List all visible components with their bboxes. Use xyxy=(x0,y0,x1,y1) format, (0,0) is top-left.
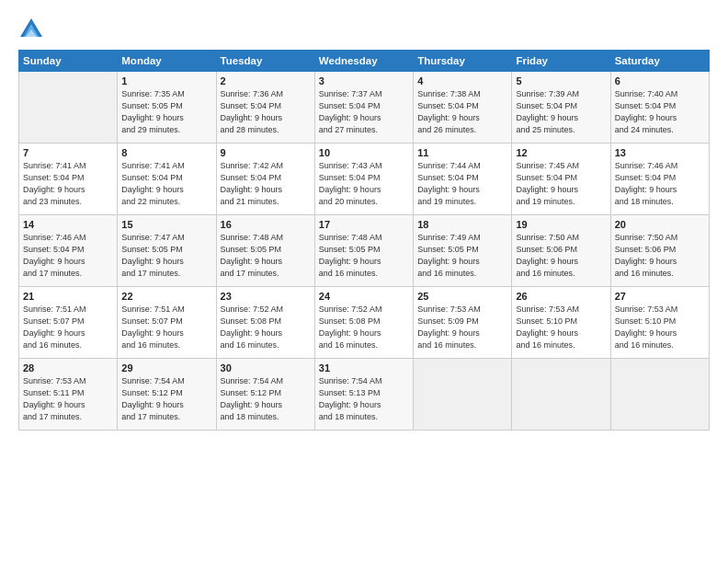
day-info: Sunrise: 7:51 AMSunset: 5:07 PMDaylight:… xyxy=(121,304,211,351)
day-info: Sunrise: 7:44 AMSunset: 5:04 PMDaylight:… xyxy=(417,160,507,208)
calendar-cell xyxy=(414,359,512,431)
calendar-cell: 19Sunrise: 7:50 AMSunset: 5:06 PMDayligh… xyxy=(512,215,610,287)
calendar-cell: 7Sunrise: 7:41 AMSunset: 5:04 PMDaylight… xyxy=(19,144,118,215)
day-info: Sunrise: 7:47 AMSunset: 5:05 PMDaylight:… xyxy=(121,232,211,280)
day-info: Sunrise: 7:53 AMSunset: 5:11 PMDaylight:… xyxy=(23,375,113,423)
day-info: Sunrise: 7:41 AMSunset: 5:04 PMDaylight:… xyxy=(23,160,113,208)
day-info: Sunrise: 7:45 AMSunset: 5:04 PMDaylight:… xyxy=(516,160,606,208)
day-number: 14 xyxy=(23,219,113,230)
day-number: 31 xyxy=(319,362,409,373)
day-number: 18 xyxy=(417,219,507,230)
day-number: 26 xyxy=(516,291,606,302)
day-number: 11 xyxy=(417,147,507,158)
day-info: Sunrise: 7:53 AMSunset: 5:10 PMDaylight:… xyxy=(615,304,705,351)
day-info: Sunrise: 7:51 AMSunset: 5:07 PMDaylight:… xyxy=(23,304,113,351)
day-header-thursday: Thursday xyxy=(414,51,512,72)
calendar-cell: 21Sunrise: 7:51 AMSunset: 5:07 PMDayligh… xyxy=(19,287,118,359)
day-number: 12 xyxy=(516,147,606,158)
logo-icon xyxy=(18,17,44,42)
day-number: 7 xyxy=(23,147,113,158)
week-row-2: 7Sunrise: 7:41 AMSunset: 5:04 PMDaylight… xyxy=(19,144,710,215)
calendar-cell: 9Sunrise: 7:42 AMSunset: 5:04 PMDaylight… xyxy=(216,144,314,215)
day-header-saturday: Saturday xyxy=(610,51,709,72)
calendar-cell: 12Sunrise: 7:45 AMSunset: 5:04 PMDayligh… xyxy=(512,144,610,215)
calendar-cell: 15Sunrise: 7:47 AMSunset: 5:05 PMDayligh… xyxy=(118,215,216,287)
day-number: 20 xyxy=(615,219,705,230)
calendar-cell xyxy=(19,72,118,144)
day-number: 27 xyxy=(615,291,705,302)
week-row-5: 28Sunrise: 7:53 AMSunset: 5:11 PMDayligh… xyxy=(19,359,710,431)
day-number: 3 xyxy=(319,75,409,86)
calendar-cell: 29Sunrise: 7:54 AMSunset: 5:12 PMDayligh… xyxy=(118,359,216,431)
day-number: 15 xyxy=(121,219,211,230)
day-info: Sunrise: 7:48 AMSunset: 5:05 PMDaylight:… xyxy=(319,232,409,280)
day-info: Sunrise: 7:50 AMSunset: 5:06 PMDaylight:… xyxy=(615,232,705,280)
day-info: Sunrise: 7:36 AMSunset: 5:04 PMDaylight:… xyxy=(221,88,311,136)
day-info: Sunrise: 7:52 AMSunset: 5:08 PMDaylight:… xyxy=(221,304,311,351)
calendar-cell: 11Sunrise: 7:44 AMSunset: 5:04 PMDayligh… xyxy=(414,144,512,215)
day-info: Sunrise: 7:41 AMSunset: 5:04 PMDaylight:… xyxy=(121,160,211,208)
day-info: Sunrise: 7:54 AMSunset: 5:13 PMDaylight:… xyxy=(319,375,409,423)
calendar-cell: 30Sunrise: 7:54 AMSunset: 5:12 PMDayligh… xyxy=(216,359,314,431)
calendar-cell: 28Sunrise: 7:53 AMSunset: 5:11 PMDayligh… xyxy=(19,359,118,431)
calendar-cell: 23Sunrise: 7:52 AMSunset: 5:08 PMDayligh… xyxy=(216,287,314,359)
day-number: 24 xyxy=(319,291,409,302)
calendar-table: SundayMondayTuesdayWednesdayThursdayFrid… xyxy=(18,50,710,431)
calendar-cell: 4Sunrise: 7:38 AMSunset: 5:04 PMDaylight… xyxy=(414,72,512,144)
page: SundayMondayTuesdayWednesdayThursdayFrid… xyxy=(0,0,728,563)
day-header-sunday: Sunday xyxy=(19,51,118,72)
calendar-cell: 22Sunrise: 7:51 AMSunset: 5:07 PMDayligh… xyxy=(118,287,216,359)
day-info: Sunrise: 7:39 AMSunset: 5:04 PMDaylight:… xyxy=(516,88,606,136)
calendar-cell: 14Sunrise: 7:46 AMSunset: 5:04 PMDayligh… xyxy=(19,215,118,287)
day-number: 17 xyxy=(319,219,409,230)
day-info: Sunrise: 7:37 AMSunset: 5:04 PMDaylight:… xyxy=(319,88,409,136)
day-number: 16 xyxy=(221,219,311,230)
calendar-cell: 2Sunrise: 7:36 AMSunset: 5:04 PMDaylight… xyxy=(216,72,314,144)
day-number: 9 xyxy=(221,147,311,158)
calendar-cell: 1Sunrise: 7:35 AMSunset: 5:05 PMDaylight… xyxy=(118,72,216,144)
day-number: 28 xyxy=(23,362,113,373)
day-number: 22 xyxy=(121,291,211,302)
day-header-monday: Monday xyxy=(118,51,216,72)
calendar-cell: 6Sunrise: 7:40 AMSunset: 5:04 PMDaylight… xyxy=(610,72,709,144)
day-number: 1 xyxy=(121,75,211,86)
day-info: Sunrise: 7:40 AMSunset: 5:04 PMDaylight:… xyxy=(615,88,705,136)
day-info: Sunrise: 7:54 AMSunset: 5:12 PMDaylight:… xyxy=(121,375,211,423)
day-number: 30 xyxy=(221,362,311,373)
day-number: 5 xyxy=(516,75,606,86)
day-info: Sunrise: 7:35 AMSunset: 5:05 PMDaylight:… xyxy=(121,88,211,136)
day-info: Sunrise: 7:50 AMSunset: 5:06 PMDaylight:… xyxy=(516,232,606,280)
week-row-4: 21Sunrise: 7:51 AMSunset: 5:07 PMDayligh… xyxy=(19,287,710,359)
day-number: 6 xyxy=(615,75,705,86)
day-info: Sunrise: 7:46 AMSunset: 5:04 PMDaylight:… xyxy=(615,160,705,208)
calendar-cell: 27Sunrise: 7:53 AMSunset: 5:10 PMDayligh… xyxy=(610,287,709,359)
calendar-cell: 25Sunrise: 7:53 AMSunset: 5:09 PMDayligh… xyxy=(414,287,512,359)
calendar-cell xyxy=(512,359,610,431)
day-number: 2 xyxy=(221,75,311,86)
day-info: Sunrise: 7:48 AMSunset: 5:05 PMDaylight:… xyxy=(221,232,311,280)
day-number: 19 xyxy=(516,219,606,230)
day-info: Sunrise: 7:49 AMSunset: 5:05 PMDaylight:… xyxy=(417,232,507,280)
day-info: Sunrise: 7:54 AMSunset: 5:12 PMDaylight:… xyxy=(221,375,311,423)
day-number: 10 xyxy=(319,147,409,158)
week-row-3: 14Sunrise: 7:46 AMSunset: 5:04 PMDayligh… xyxy=(19,215,710,287)
calendar-cell: 10Sunrise: 7:43 AMSunset: 5:04 PMDayligh… xyxy=(314,144,413,215)
day-info: Sunrise: 7:46 AMSunset: 5:04 PMDaylight:… xyxy=(23,232,113,280)
calendar-cell: 31Sunrise: 7:54 AMSunset: 5:13 PMDayligh… xyxy=(314,359,413,431)
day-info: Sunrise: 7:52 AMSunset: 5:08 PMDaylight:… xyxy=(319,304,409,351)
day-number: 13 xyxy=(615,147,705,158)
week-row-1: 1Sunrise: 7:35 AMSunset: 5:05 PMDaylight… xyxy=(19,72,710,144)
day-header-wednesday: Wednesday xyxy=(314,51,413,72)
day-info: Sunrise: 7:38 AMSunset: 5:04 PMDaylight:… xyxy=(417,88,507,136)
day-info: Sunrise: 7:53 AMSunset: 5:09 PMDaylight:… xyxy=(417,304,507,351)
calendar-cell: 24Sunrise: 7:52 AMSunset: 5:08 PMDayligh… xyxy=(314,287,413,359)
day-number: 29 xyxy=(121,362,211,373)
calendar-cell: 16Sunrise: 7:48 AMSunset: 5:05 PMDayligh… xyxy=(216,215,314,287)
logo xyxy=(18,17,50,42)
calendar-cell: 17Sunrise: 7:48 AMSunset: 5:05 PMDayligh… xyxy=(314,215,413,287)
calendar-cell: 13Sunrise: 7:46 AMSunset: 5:04 PMDayligh… xyxy=(610,144,709,215)
calendar-cell: 20Sunrise: 7:50 AMSunset: 5:06 PMDayligh… xyxy=(610,215,709,287)
day-info: Sunrise: 7:42 AMSunset: 5:04 PMDaylight:… xyxy=(221,160,311,208)
calendar-cell: 26Sunrise: 7:53 AMSunset: 5:10 PMDayligh… xyxy=(512,287,610,359)
calendar-cell: 3Sunrise: 7:37 AMSunset: 5:04 PMDaylight… xyxy=(314,72,413,144)
